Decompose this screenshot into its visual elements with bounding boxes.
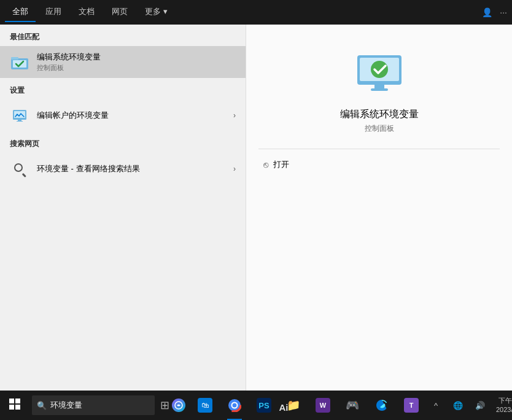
taskbar-app6[interactable]: 🎮 bbox=[338, 391, 367, 420]
copilot-icon bbox=[172, 399, 185, 412]
web-search-arrow: › bbox=[233, 165, 236, 173]
taskbar-store-app[interactable]: 🛍 bbox=[190, 391, 220, 420]
store-icon: 🛍 bbox=[198, 398, 212, 413]
svg-point-9 bbox=[371, 61, 388, 78]
search-web-section-label: 搜索网页 bbox=[0, 131, 246, 153]
tab-web[interactable]: 网页 bbox=[104, 2, 135, 22]
best-match-text: 编辑系统环境变量 控制面板 bbox=[37, 52, 236, 72]
web-search-title: 环境变量 - 查看网络搜索结果 bbox=[37, 163, 226, 174]
web-search-text: 环境变量 - 查看网络搜索结果 bbox=[37, 163, 226, 174]
chrome-icon bbox=[227, 398, 242, 413]
svg-rect-1 bbox=[11, 57, 18, 60]
best-match-section-label: 最佳匹配 bbox=[0, 25, 246, 46]
svg-rect-11 bbox=[371, 88, 388, 91]
svg-rect-13 bbox=[15, 399, 20, 403]
taskbar-search-icon: 🔍 bbox=[37, 401, 47, 410]
best-match-title: 编辑系统环境变量 bbox=[37, 52, 236, 63]
detail-title: 编辑系统环境变量 bbox=[340, 108, 419, 121]
taskbar-typora-app[interactable]: T bbox=[397, 391, 426, 420]
chevron-icon[interactable]: ^ bbox=[426, 395, 446, 415]
taskbar-edge-app[interactable] bbox=[367, 391, 397, 420]
detail-open-action[interactable]: ⎋ 打开 bbox=[258, 159, 289, 170]
svg-rect-2 bbox=[13, 60, 26, 68]
tabs-bar: 全部 应用 文档 网页 更多 ▾ 👤 ··· bbox=[0, 0, 512, 25]
typora-icon: T bbox=[404, 398, 419, 413]
taskbar-time: 下午 4:30 bbox=[496, 396, 512, 405]
svg-rect-15 bbox=[15, 405, 20, 410]
taskbar: 🔍 环境变量 ⊞ 🛍 bbox=[0, 391, 512, 420]
app6-icon: 🎮 bbox=[345, 398, 360, 413]
taskbar-app5[interactable]: W bbox=[308, 391, 338, 420]
detail-pane: 编辑系统环境变量 控制面板 ⎋ 打开 bbox=[246, 25, 512, 391]
task-view-icon: ⊞ bbox=[157, 398, 172, 413]
user-icon[interactable]: 👤 bbox=[482, 7, 492, 17]
taskbar-right-area: ^ 🌐 🔊 下午 4:30 2023/10/15 💬 bbox=[426, 391, 512, 420]
best-match-subtitle: 控制面板 bbox=[37, 63, 236, 72]
search-panel: 最佳匹配 bbox=[0, 25, 512, 391]
detail-divider bbox=[258, 149, 500, 149]
settings-env-title: 编辑帐户的环境变量 bbox=[37, 110, 226, 121]
windows-logo-icon bbox=[9, 399, 20, 413]
start-button[interactable] bbox=[0, 391, 29, 420]
detail-large-icon bbox=[355, 49, 404, 98]
taskbar-apps: 🛍 PS 📁 W 🎮 bbox=[190, 391, 426, 420]
terminal-icon: PS bbox=[257, 398, 271, 413]
settings-section-label: 设置 bbox=[0, 78, 246, 99]
copilot-button[interactable] bbox=[172, 391, 185, 420]
svg-rect-5 bbox=[18, 120, 21, 121]
network-icon[interactable]: 🌐 bbox=[448, 395, 468, 415]
tabs-bar-icons: 👤 ··· bbox=[482, 7, 507, 17]
settings-env-arrow: › bbox=[233, 111, 236, 120]
detail-subtitle: 控制面板 bbox=[365, 123, 394, 134]
taskbar-search-box[interactable]: 🔍 环境变量 bbox=[32, 395, 155, 415]
svg-rect-12 bbox=[9, 399, 14, 403]
results-content: 最佳匹配 bbox=[0, 25, 246, 391]
start-menu: 全部 应用 文档 网页 更多 ▾ 👤 ··· 最佳匹配 bbox=[0, 0, 512, 391]
svg-rect-10 bbox=[374, 85, 384, 88]
web-search-icon bbox=[10, 159, 29, 179]
best-match-icon bbox=[10, 52, 29, 72]
taskbar-date: 2023/10/15 bbox=[496, 405, 512, 414]
detail-open-icon: ⎋ bbox=[263, 160, 268, 169]
detail-open-label: 打开 bbox=[273, 159, 289, 170]
results-pane: 最佳匹配 bbox=[0, 25, 246, 391]
svg-rect-6 bbox=[17, 121, 23, 122]
svg-point-20 bbox=[233, 403, 237, 408]
best-match-item[interactable]: 编辑系统环境变量 控制面板 bbox=[0, 46, 246, 78]
tab-apps[interactable]: 应用 bbox=[38, 2, 69, 22]
app5-icon: W bbox=[316, 398, 330, 413]
more-options-icon[interactable]: ··· bbox=[500, 7, 507, 17]
tab-docs[interactable]: 文档 bbox=[71, 2, 102, 22]
tab-more[interactable]: 更多 ▾ bbox=[138, 2, 175, 22]
taskbar-search-text: 环境变量 bbox=[50, 400, 82, 411]
settings-env-item[interactable]: 编辑帐户的环境变量 › bbox=[0, 99, 246, 131]
web-search-item[interactable]: 环境变量 - 查看网络搜索结果 › bbox=[0, 153, 246, 185]
taskbar-clock[interactable]: 下午 4:30 2023/10/15 bbox=[492, 396, 512, 415]
settings-env-text: 编辑帐户的环境变量 bbox=[37, 110, 226, 121]
edge-icon bbox=[374, 398, 389, 413]
taskbar-chrome-app[interactable] bbox=[220, 391, 249, 420]
ai-label: Ai bbox=[271, 395, 297, 420]
tab-all[interactable]: 全部 bbox=[5, 2, 36, 22]
svg-rect-14 bbox=[9, 405, 14, 410]
volume-icon[interactable]: 🔊 bbox=[470, 395, 490, 415]
task-view-button[interactable]: ⊞ bbox=[157, 391, 172, 420]
settings-env-icon bbox=[10, 106, 29, 125]
